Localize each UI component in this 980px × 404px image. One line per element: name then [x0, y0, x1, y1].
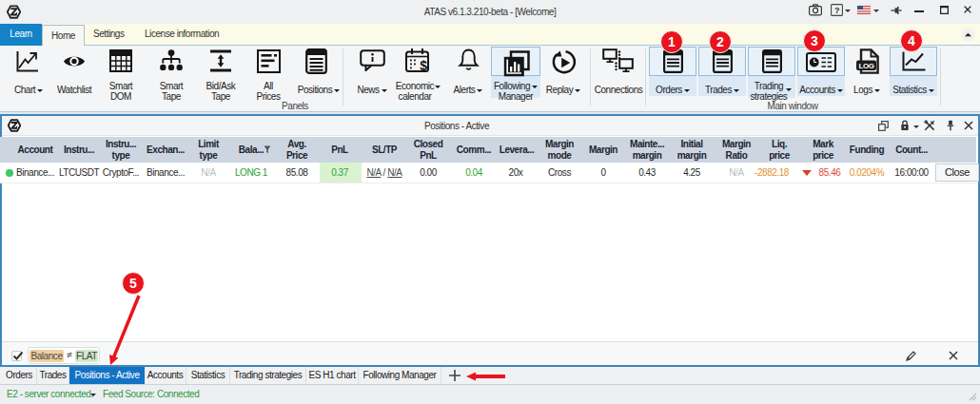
- svg-text:?: ?: [834, 6, 839, 15]
- svg-text:$: $: [420, 58, 427, 73]
- svg-text:LOG: LOG: [859, 62, 874, 70]
